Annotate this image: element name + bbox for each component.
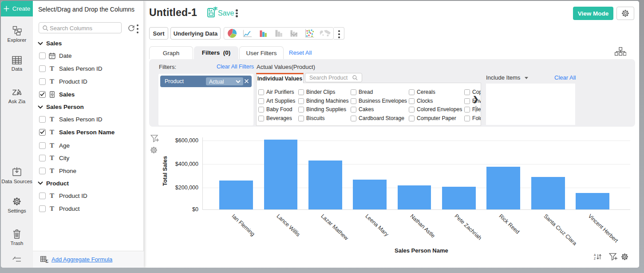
svg-text:Σ: Σ [46, 259, 49, 263]
svg-text:17: 17 [51, 56, 53, 58]
svg-text:A: A [594, 253, 596, 257]
svg-text:Z: Z [594, 257, 596, 260]
